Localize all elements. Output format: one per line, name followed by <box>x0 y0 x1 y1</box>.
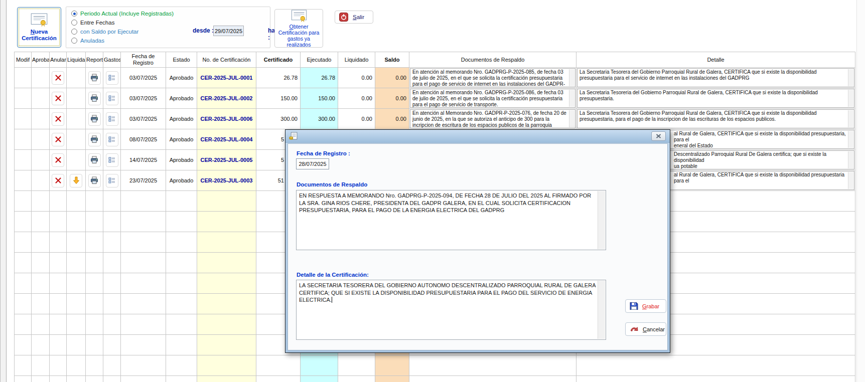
reporte-button[interactable] <box>88 92 101 105</box>
grid-cell <box>67 212 86 232</box>
grid-cell <box>103 273 121 294</box>
grid-cell <box>86 273 103 294</box>
cell-fecha: 03/07/2025 <box>121 68 166 88</box>
grid-cell <box>197 355 256 376</box>
nueva-certificacion-button[interactable]: Nueva Certificación <box>17 7 61 48</box>
anular-button[interactable] <box>52 92 64 105</box>
grid-cell <box>86 253 103 273</box>
grid-cell <box>121 355 166 376</box>
grid-cell: La Secretaria Tesorera del Gobierno Parr… <box>576 109 855 129</box>
grid-cell <box>86 88 103 109</box>
grid-cell <box>375 376 409 382</box>
collapsed-side-panel[interactable] <box>0 0 7 382</box>
documentos-respaldo-label: Documentos de Respaldo <box>297 181 367 187</box>
table-header-row: Modif Aprobar Anular Liquidar Reporte Ga… <box>15 52 855 68</box>
vertical-scrollbar[interactable] <box>856 0 865 382</box>
filter-groupbox: Periodo Actual (Incluye Registradas) Ent… <box>66 7 270 48</box>
anular-button[interactable] <box>52 174 64 187</box>
anular-button[interactable] <box>52 153 64 167</box>
grid-cell <box>103 88 121 109</box>
dialog-titlebar[interactable] <box>285 130 670 143</box>
cert-number-link[interactable]: CER-2025-JUL-0003 <box>197 170 256 191</box>
grid-cell <box>50 170 67 191</box>
gastos-button[interactable] <box>106 92 118 105</box>
grabar-button[interactable]: Grabar <box>625 299 666 313</box>
reporte-button[interactable] <box>88 153 101 167</box>
cell-liquidado: 0.00 <box>338 88 375 109</box>
desde-input[interactable] <box>213 26 244 36</box>
empty-row <box>15 376 855 382</box>
cell-saldo: 0.00 <box>375 88 409 109</box>
grid-cell <box>103 170 121 191</box>
grid-cell <box>15 294 32 314</box>
col-no-certificacion: No. de Certificación <box>197 52 256 68</box>
grid-cell <box>32 232 50 253</box>
grid-cell <box>121 253 166 273</box>
liquidar-button[interactable] <box>70 174 82 187</box>
grid-cell <box>166 273 197 294</box>
fecha-registro-input[interactable] <box>296 158 329 169</box>
grid-cell <box>409 376 576 382</box>
grid-cell <box>86 355 103 376</box>
grid-cell <box>67 191 86 212</box>
cert-number-link[interactable]: CER-2025-JUL-0006 <box>197 109 256 129</box>
grid-cell <box>197 376 256 382</box>
col-liquidado: Liquidado <box>338 52 375 68</box>
cell-certificado: 300.00 <box>256 109 301 129</box>
grid-cell <box>86 170 103 191</box>
grid-cell <box>50 191 67 212</box>
anular-button[interactable] <box>52 71 64 85</box>
grid-cell <box>86 212 103 232</box>
filter-con-saldo[interactable]: con Saldo por Ejecutar <box>71 29 138 35</box>
grid-cell <box>15 212 32 232</box>
cell-estado: Aprobado <box>166 68 197 88</box>
detalle-text: La Secretaria Tesorera del Gobierno Parr… <box>577 109 854 128</box>
grid-cell <box>15 376 32 382</box>
reporte-button[interactable] <box>88 112 101 126</box>
gastos-button[interactable] <box>106 133 118 146</box>
certificate-icon <box>31 13 48 27</box>
documentos-text: En atención al Memorando Nro. GADPR-P-20… <box>410 109 575 128</box>
grid-cell <box>67 253 86 273</box>
cancelar-button[interactable]: Cancelar <box>625 322 666 336</box>
gastos-button[interactable] <box>106 112 118 126</box>
grid-cell <box>197 294 256 314</box>
anular-button[interactable] <box>52 112 64 126</box>
grid-cell <box>197 314 256 335</box>
grid-cell: En atención al memorando Nro. GADPRG-P-2… <box>409 68 576 88</box>
filter-periodo-actual[interactable]: Periodo Actual (Incluye Registradas) <box>71 11 174 17</box>
cell-certificado: 26.78 <box>256 68 301 88</box>
reporte-button[interactable] <box>88 71 101 85</box>
obtener-certificacion-button[interactable]: Obtener Certificación para gastos ya rea… <box>274 9 323 48</box>
cert-number-link[interactable]: CER-2025-JUL-0004 <box>197 129 256 150</box>
desde-label: desde : <box>193 27 214 34</box>
radio-icon <box>71 29 77 35</box>
cert-number-link[interactable]: CER-2025-JUL-0002 <box>197 88 256 109</box>
cell-estado: Aprobado <box>166 170 197 191</box>
grid-cell <box>103 314 121 335</box>
cert-number-link[interactable]: CER-2025-JUL-0001 <box>197 68 256 88</box>
cell-liquidado: 0.00 <box>338 109 375 129</box>
cell-ejecutado: 26.78 <box>301 68 338 88</box>
reporte-button[interactable] <box>88 174 101 187</box>
grid-cell <box>15 335 32 355</box>
detalle-certificacion-textarea[interactable]: LA SECRETARIA TESORERA DEL GOBIERNO AUTO… <box>296 280 606 340</box>
gastos-button[interactable] <box>106 153 118 167</box>
reporte-button[interactable] <box>88 133 101 146</box>
cert-number-link[interactable]: CER-2025-JUL-0005 <box>197 150 256 170</box>
gastos-button[interactable] <box>106 174 118 187</box>
salir-button[interactable]: Salir <box>335 11 373 24</box>
grid-cell <box>86 232 103 253</box>
grid-cell <box>103 212 121 232</box>
filter-entre-fechas[interactable]: Entre Fechas <box>71 20 114 26</box>
anular-button[interactable] <box>52 133 64 146</box>
grid-cell <box>103 191 121 212</box>
col-documentos: Documentos de Respaldo <box>409 52 576 68</box>
grid-cell <box>67 376 86 382</box>
close-button[interactable] <box>651 131 666 141</box>
filter-anuladas[interactable]: Anuladas <box>71 38 104 44</box>
gastos-button[interactable] <box>106 71 118 85</box>
grid-cell <box>86 150 103 170</box>
grid-cell <box>86 335 103 355</box>
documentos-respaldo-textarea[interactable]: EN RESPUESTA A MEMORANDO Nro. GADPRG-P-2… <box>296 190 606 250</box>
